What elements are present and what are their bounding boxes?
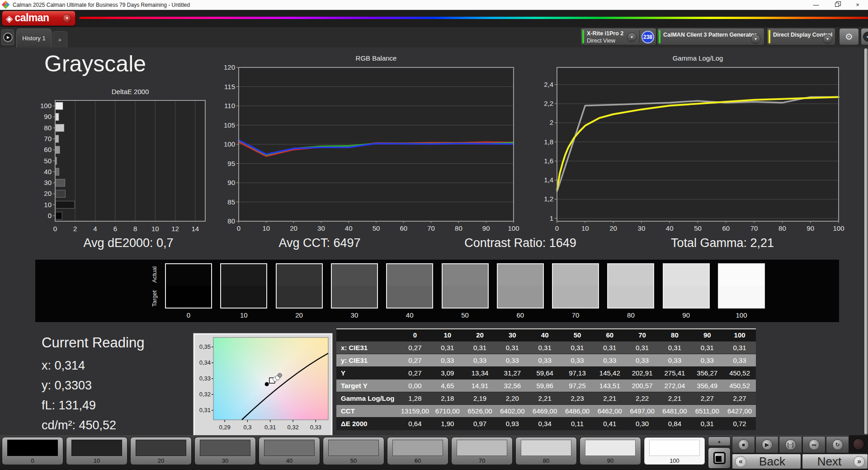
svg-text:10: 10 <box>151 225 159 233</box>
svg-text:0,33: 0,33 <box>199 375 211 382</box>
pattern-button-60[interactable]: 60 <box>387 437 448 465</box>
deltae-bar-50 <box>56 157 57 165</box>
pattern-window-button[interactable] <box>708 447 731 469</box>
deltae-bar-80 <box>56 124 64 132</box>
table-cell: 59,64 <box>528 366 561 379</box>
deltae-bar-90 <box>56 113 59 120</box>
deltae-bar-10 <box>56 201 75 209</box>
stop-button[interactable]: ■ <box>732 436 755 453</box>
display-dropdown-arrow[interactable]: ▼ <box>823 34 832 44</box>
pattern-chip <box>457 440 507 456</box>
swatch-level-label: 80 <box>607 311 654 319</box>
next-button[interactable]: Next » <box>802 454 868 469</box>
close-button[interactable]: × <box>847 0 868 9</box>
pattern-button-90[interactable]: 90 <box>580 437 641 465</box>
calman-menu-button[interactable]: ◈ calman ▼ <box>2 11 75 26</box>
rgb-balance-chart: RGB Balance80859095100105110115120010203… <box>217 53 521 236</box>
swatch-level-label: 40 <box>386 311 433 319</box>
column-header: 30 <box>496 329 528 341</box>
svg-text:1,4: 1,4 <box>544 176 553 184</box>
pattern-button-10[interactable]: 10 <box>66 437 127 465</box>
pattern-button-40[interactable]: 40 <box>259 437 320 465</box>
daylight-locus-curve <box>242 353 328 420</box>
table-cell: 0,33 <box>561 354 594 366</box>
restore-button[interactable] <box>826 0 847 9</box>
page-title: Grayscale <box>44 51 146 77</box>
pattern-chip <box>7 440 58 456</box>
source-name: CalMAN Client 3 Pattern Generator <box>663 32 756 38</box>
display-status-bar <box>769 30 770 43</box>
pattern-button-100[interactable]: 100 <box>644 437 705 465</box>
column-header: 80 <box>659 329 691 341</box>
svg-text:12: 12 <box>171 225 179 233</box>
meter-dropdown[interactable]: X-Rite i1Pro 2 Direct View ▼ 238 <box>580 28 656 45</box>
meter-dropdown-arrow[interactable]: ▼ <box>627 33 637 42</box>
continuous-measure-button[interactable]: ∞ <box>802 436 826 453</box>
swatch-actual <box>664 264 709 286</box>
settings-button[interactable]: ⚙ <box>839 28 859 45</box>
svg-text:50: 50 <box>44 157 52 165</box>
row-label: CCT <box>336 404 399 417</box>
swatch-actual <box>277 264 322 286</box>
table-cell: 6710,00 <box>431 404 464 417</box>
table-cell: 6511,00 <box>691 404 723 417</box>
table-cell: 0,11 <box>561 417 594 430</box>
swatch-level-label: 50 <box>442 311 489 319</box>
table-cell: 2,22 <box>626 392 659 404</box>
deltae-bar-70 <box>56 135 59 142</box>
calman-menu-arrow[interactable]: ▼ <box>63 14 71 23</box>
swatch-level-label: 100 <box>718 311 765 319</box>
pattern-button-20[interactable]: 20 <box>130 437 192 465</box>
pattern-button-0[interactable]: 0 <box>2 437 63 465</box>
pattern-button-30[interactable]: 30 <box>194 437 256 465</box>
swatch-100 <box>718 263 765 309</box>
svg-text:1,6: 1,6 <box>544 157 553 165</box>
tab-scroll-button[interactable]: ▶ <box>1 29 14 45</box>
swatch-target <box>719 286 764 308</box>
meter-count-badge[interactable]: 238 <box>642 31 654 43</box>
svg-text:0: 0 <box>53 225 57 233</box>
row-label: Y <box>336 366 399 379</box>
column-header: 90 <box>691 329 723 341</box>
swatch-actual <box>221 264 266 286</box>
pattern-chip <box>200 440 250 456</box>
deltae-bar-40 <box>56 168 59 176</box>
svg-text:0,29: 0,29 <box>219 424 230 431</box>
display-control-dropdown[interactable]: Direct Display Control ▼ <box>767 28 835 45</box>
toolbar-scroll-left-button[interactable]: ◀ <box>861 28 868 45</box>
table-cell: 2,20 <box>496 392 528 404</box>
source-dropdown-arrow[interactable]: ▼ <box>751 34 760 44</box>
table-cell: 0,33 <box>464 354 496 366</box>
pattern-button-70[interactable]: 70 <box>451 437 513 465</box>
svg-text:50: 50 <box>373 224 380 232</box>
table-cell: 6486,00 <box>561 404 594 417</box>
source-dropdown[interactable]: CalMAN Client 3 Pattern Generator ▼ <box>657 28 764 45</box>
svg-text:2,2: 2,2 <box>544 100 553 107</box>
panel-expand-button[interactable]: ▲ <box>708 437 731 446</box>
svg-text:1,8: 1,8 <box>544 138 553 146</box>
swatch-60 <box>497 263 544 309</box>
table-cell: 13,34 <box>464 366 496 379</box>
add-tab-button[interactable]: + <box>52 31 67 47</box>
single-measure-button[interactable]: [··] <box>779 436 802 453</box>
tab-history-1[interactable]: History 1 <box>16 28 52 47</box>
swatch-target <box>608 286 653 308</box>
calman-logo-text: calman <box>14 12 49 24</box>
svg-text:90: 90 <box>227 179 235 186</box>
vertical-scrollbar[interactable] <box>864 48 868 434</box>
back-button[interactable]: « Back <box>732 454 801 469</box>
minimize-button[interactable]: — <box>806 0 826 9</box>
divider <box>639 30 640 43</box>
svg-text:10: 10 <box>44 201 52 209</box>
pattern-button-50[interactable]: 50 <box>323 437 384 465</box>
svg-text:8: 8 <box>133 225 137 233</box>
table-cell: 1,90 <box>431 417 464 430</box>
row-label: y: CIE31 <box>336 354 399 366</box>
refresh-button[interactable]: ↻ <box>826 436 849 453</box>
svg-text:30: 30 <box>638 224 646 232</box>
svg-text:4: 4 <box>93 225 97 233</box>
table-cell: 3,09 <box>431 366 464 379</box>
play-button[interactable]: ▶ <box>755 436 778 453</box>
pattern-button-80[interactable]: 80 <box>515 437 577 465</box>
svg-text:60: 60 <box>722 224 730 232</box>
